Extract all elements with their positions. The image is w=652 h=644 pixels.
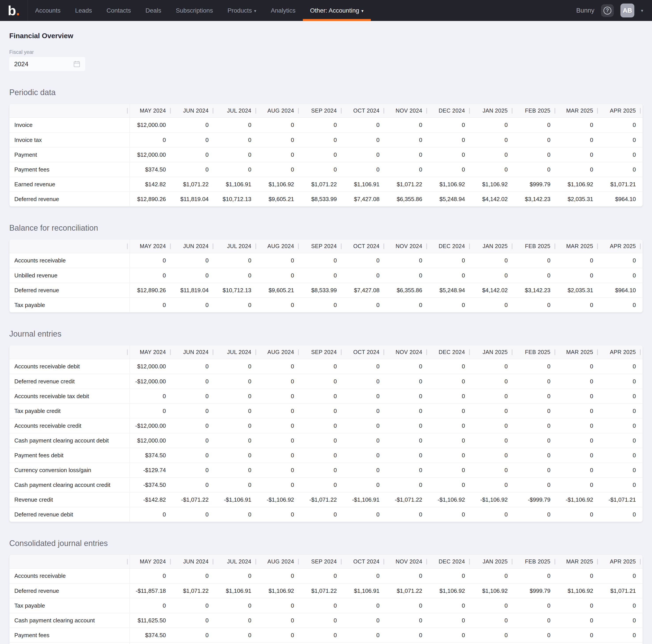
column-resize-handle[interactable]	[213, 349, 213, 355]
column-resize-handle[interactable]	[255, 243, 256, 249]
column-resize-handle[interactable]	[383, 243, 384, 249]
cell-value: 0	[429, 433, 472, 448]
fiscal-year-input[interactable]: 2024	[9, 57, 85, 71]
column-resize-handle[interactable]	[170, 108, 171, 114]
cell-value: 0	[386, 253, 429, 268]
cell-value: 0	[258, 448, 301, 463]
column-resize-handle[interactable]	[298, 243, 299, 249]
column-resize-handle[interactable]	[255, 559, 256, 565]
help-button[interactable]: ?	[601, 4, 614, 17]
column-resize-handle[interactable]	[640, 349, 641, 355]
cell-value: 0	[344, 359, 386, 374]
cell-value: 0	[429, 477, 472, 492]
column-resize-handle[interactable]	[127, 559, 128, 565]
header-row: MAY 2024JUN 2024JUL 2024AUG 2024SEP 2024…	[9, 239, 643, 253]
column-resize-handle[interactable]	[341, 559, 342, 565]
nav-item-deals[interactable]: Deals	[138, 0, 169, 21]
cell-value: 0	[600, 613, 643, 628]
column-resize-handle[interactable]	[426, 559, 427, 565]
nav-item-analytics[interactable]: Analytics	[264, 0, 303, 21]
column-resize-handle[interactable]	[383, 108, 384, 114]
cell-value: 0	[344, 613, 386, 628]
cell-value: 0	[386, 359, 429, 374]
nav-item-other-accounting[interactable]: Other: Accounting▾	[303, 0, 371, 21]
cell-value: 0	[172, 418, 215, 433]
column-resize-handle[interactable]	[554, 559, 555, 565]
chevron-down-icon[interactable]: ▾	[641, 8, 643, 13]
nav-item-products[interactable]: Products▾	[220, 0, 264, 21]
column-resize-handle[interactable]	[298, 559, 299, 565]
column-resize-handle[interactable]	[554, 349, 555, 355]
app-logo[interactable]: b .	[0, 0, 28, 21]
column-header-oct-2024: OCT 2024	[344, 239, 386, 253]
row-label: Earned revenue	[9, 177, 130, 192]
column-resize-handle[interactable]	[127, 243, 128, 249]
column-header-oct-2024: OCT 2024	[344, 345, 386, 359]
column-resize-handle[interactable]	[512, 349, 513, 355]
cell-value: $6,355.86	[386, 192, 429, 206]
row-label: Tax payable	[9, 297, 130, 312]
column-resize-handle[interactable]	[383, 559, 384, 565]
table-row: Deferred revenue$12,890.26$11,819.04$10,…	[9, 192, 643, 206]
column-resize-handle[interactable]	[597, 108, 598, 114]
column-resize-handle[interactable]	[341, 349, 342, 355]
row-label: Currency conversion loss/gain	[9, 463, 130, 477]
cell-value: 0	[472, 628, 515, 642]
cell-value: 0	[386, 613, 429, 628]
cell-value: 0	[429, 507, 472, 522]
table-row: Cash payment clearing account debit$12,0…	[9, 433, 643, 448]
column-resize-handle[interactable]	[597, 559, 598, 565]
column-resize-handle[interactable]	[127, 108, 128, 114]
column-resize-handle[interactable]	[255, 349, 256, 355]
column-resize-handle[interactable]	[512, 108, 513, 114]
column-resize-handle[interactable]	[255, 108, 256, 114]
column-resize-handle[interactable]	[640, 243, 641, 249]
column-resize-handle[interactable]	[426, 349, 427, 355]
calendar-icon[interactable]	[73, 60, 81, 68]
column-resize-handle[interactable]	[213, 243, 213, 249]
column-resize-handle[interactable]	[341, 108, 342, 114]
avatar[interactable]: AB	[620, 3, 634, 18]
table-row: Payment fees debit$374.5000000000000	[9, 448, 643, 463]
column-resize-handle[interactable]	[170, 243, 171, 249]
column-resize-handle[interactable]	[469, 559, 470, 565]
cell-value: -$12,000.00	[130, 418, 172, 433]
user-name: Bunny	[576, 7, 594, 14]
column-resize-handle[interactable]	[170, 349, 171, 355]
column-resize-handle[interactable]	[213, 108, 213, 114]
cell-value: -$1,106.92	[429, 492, 472, 507]
column-resize-handle[interactable]	[640, 559, 641, 565]
column-resize-handle[interactable]	[554, 108, 555, 114]
cell-value: -$1,106.92	[472, 642, 515, 644]
column-resize-handle[interactable]	[127, 349, 128, 355]
column-resize-handle[interactable]	[213, 559, 213, 565]
column-resize-handle[interactable]	[597, 243, 598, 249]
cell-value: 0	[600, 388, 643, 403]
column-resize-handle[interactable]	[469, 108, 470, 114]
column-resize-handle[interactable]	[512, 559, 513, 565]
column-resize-handle[interactable]	[469, 243, 470, 249]
fiscal-year-value: 2024	[14, 60, 28, 68]
column-resize-handle[interactable]	[170, 559, 171, 565]
cell-value: -$12,000.00	[130, 374, 172, 388]
cell-value: 0	[344, 418, 386, 433]
column-resize-handle[interactable]	[426, 243, 427, 249]
column-resize-handle[interactable]	[426, 108, 427, 114]
nav-item-leads[interactable]: Leads	[68, 0, 99, 21]
column-resize-handle[interactable]	[554, 243, 555, 249]
column-resize-handle[interactable]	[469, 349, 470, 355]
cell-value: 0	[172, 359, 215, 374]
table-row: Deferred revenue$12,890.26$11,819.04$10,…	[9, 283, 643, 297]
nav-item-accounts[interactable]: Accounts	[28, 0, 68, 21]
column-resize-handle[interactable]	[597, 349, 598, 355]
column-resize-handle[interactable]	[298, 349, 299, 355]
column-resize-handle[interactable]	[383, 349, 384, 355]
column-resize-handle[interactable]	[298, 108, 299, 114]
cell-value: 0	[130, 598, 172, 613]
column-resize-handle[interactable]	[512, 243, 513, 249]
cell-value: -$1,106.92	[557, 492, 600, 507]
nav-item-subscriptions[interactable]: Subscriptions	[169, 0, 220, 21]
nav-item-contacts[interactable]: Contacts	[99, 0, 138, 21]
column-resize-handle[interactable]	[640, 108, 641, 114]
column-resize-handle[interactable]	[341, 243, 342, 249]
